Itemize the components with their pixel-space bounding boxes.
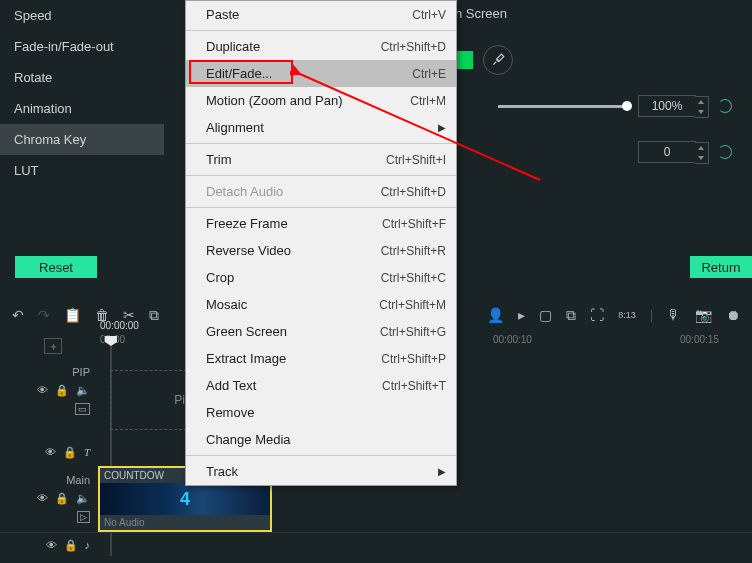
track-mute-icon[interactable]: 🔈 <box>76 492 90 505</box>
play-box-icon[interactable]: ▸ <box>518 307 525 323</box>
offset-value[interactable]: 0 <box>638 141 696 163</box>
track-play-icon[interactable]: ▷ <box>77 511 90 523</box>
menu-item-green-screen[interactable]: Green ScreenCtrl+Shift+G <box>186 318 456 345</box>
chroma-key-panel: n Screen 100% 0 <box>455 0 752 240</box>
menu-item-label: Motion (Zoom and Pan) <box>206 93 410 108</box>
menu-item-label: Edit/Fade... <box>206 66 412 81</box>
menu-item-shortcut: Ctrl+Shift+F <box>382 217 446 231</box>
menu-item-label: Paste <box>206 7 412 22</box>
text-track-icon[interactable]: T <box>84 446 90 459</box>
track-lock-icon[interactable]: 🔒 <box>55 384 69 397</box>
track-visible-icon[interactable]: 👁 <box>37 384 48 397</box>
track-visible-icon[interactable]: 👁 <box>45 446 56 459</box>
eyedropper-button[interactable] <box>483 45 513 75</box>
menu-separator <box>186 175 456 176</box>
crop-icon[interactable]: ▢ <box>539 307 552 323</box>
menu-item-shortcut: Ctrl+Shift+T <box>382 379 446 393</box>
offset-reset-icon[interactable] <box>718 145 732 159</box>
menu-item-paste[interactable]: PasteCtrl+V <box>186 1 456 28</box>
record-icon[interactable]: ⏺ <box>726 307 740 323</box>
sidebar-item-rotate[interactable]: Rotate <box>0 62 164 93</box>
menu-item-edit-fade[interactable]: Edit/Fade...Ctrl+E <box>186 60 456 87</box>
track-lock-icon[interactable]: 🔒 <box>64 539 78 552</box>
clip-thumbnail: 4 <box>100 483 270 515</box>
menu-item-alignment[interactable]: Alignment▶ <box>186 114 456 141</box>
effects-sidebar: Speed Fade-in/Fade-out Rotate Animation … <box>0 0 164 240</box>
track-lock-icon[interactable]: 🔒 <box>55 492 69 505</box>
panel-header-fragment: n Screen <box>455 6 507 21</box>
playhead-time: 00:00:00 <box>100 320 139 331</box>
menu-item-label: Change Media <box>206 432 446 447</box>
menu-item-label: Duplicate <box>206 39 381 54</box>
camera-icon[interactable]: 📷 <box>695 307 712 323</box>
track-pip-icon[interactable]: ▭ <box>75 403 90 415</box>
reset-button[interactable]: Reset <box>15 256 97 278</box>
menu-item-label: Crop <box>206 270 381 285</box>
menu-item-motion-zoom-and-pan[interactable]: Motion (Zoom and Pan)Ctrl+M <box>186 87 456 114</box>
paste-icon[interactable]: 📋 <box>64 307 81 323</box>
menu-item-trim[interactable]: TrimCtrl+Shift+I <box>186 146 456 173</box>
menu-item-freeze-frame[interactable]: Freeze FrameCtrl+Shift+F <box>186 210 456 237</box>
menu-item-label: Add Text <box>206 378 382 393</box>
menu-item-duplicate[interactable]: DuplicateCtrl+Shift+D <box>186 33 456 60</box>
menu-item-label: Green Screen <box>206 324 380 339</box>
eyedropper-icon <box>491 53 505 67</box>
return-button[interactable]: Return <box>690 256 752 278</box>
menu-item-crop[interactable]: CropCtrl+Shift+C <box>186 264 456 291</box>
music-track-icon[interactable]: ♪ <box>85 539 91 552</box>
undo-icon[interactable]: ↶ <box>12 307 24 323</box>
menu-separator <box>186 207 456 208</box>
tolerance-slider[interactable] <box>498 105 628 108</box>
menu-item-detach-audio[interactable]: Detach AudioCtrl+Shift+D <box>186 178 456 205</box>
aspect-icon[interactable]: 8:13 <box>618 310 636 320</box>
menu-item-label: Reverse Video <box>206 243 381 258</box>
menu-item-change-media[interactable]: Change Media <box>186 426 456 453</box>
sidebar-item-lut[interactable]: LUT <box>0 155 164 186</box>
tolerance-reset-icon[interactable] <box>718 99 732 113</box>
track-lock-icon[interactable]: 🔒 <box>63 446 77 459</box>
menu-item-label: Trim <box>206 152 386 167</box>
zoom-fit-icon[interactable]: ⛶ <box>590 307 604 323</box>
menu-separator <box>186 143 456 144</box>
menu-item-label: Remove <box>206 405 446 420</box>
menu-item-label: Freeze Frame <box>206 216 382 231</box>
sidebar-item-speed[interactable]: Speed <box>0 0 164 31</box>
menu-item-shortcut: Ctrl+Shift+P <box>381 352 446 366</box>
menu-item-label: Track <box>206 464 434 479</box>
menu-item-add-text[interactable]: Add TextCtrl+Shift+T <box>186 372 456 399</box>
menu-item-label: Alignment <box>206 120 434 135</box>
mic-icon[interactable]: 🎙 <box>667 307 681 323</box>
menu-item-label: Mosaic <box>206 297 379 312</box>
chroma-color-swatch[interactable] <box>455 51 473 69</box>
submenu-arrow-icon: ▶ <box>438 466 446 477</box>
menu-item-remove[interactable]: Remove <box>186 399 456 426</box>
clip-audio-label: No Audio <box>100 515 270 530</box>
music-track-body[interactable] <box>100 533 752 563</box>
sidebar-item-chroma-key[interactable]: Chroma Key <box>0 124 164 155</box>
menu-item-extract-image[interactable]: Extract ImageCtrl+Shift+P <box>186 345 456 372</box>
menu-separator <box>186 455 456 456</box>
menu-item-mosaic[interactable]: MosaicCtrl+Shift+M <box>186 291 456 318</box>
menu-item-shortcut: Ctrl+Shift+G <box>380 325 446 339</box>
menu-item-shortcut: Ctrl+M <box>410 94 446 108</box>
menu-item-reverse-video[interactable]: Reverse VideoCtrl+Shift+R <box>186 237 456 264</box>
pip-track-head: PIP 👁 🔒 🔈 ▭ <box>0 360 100 419</box>
menu-separator <box>186 30 456 31</box>
dup-icon[interactable]: ⧉ <box>149 307 159 324</box>
redo-icon[interactable]: ↷ <box>38 307 50 323</box>
submenu-arrow-icon: ▶ <box>438 122 446 133</box>
add-track-button[interactable]: ＋ <box>44 338 62 354</box>
menu-item-label: Detach Audio <box>206 184 381 199</box>
layers-icon[interactable]: ⧉ <box>566 307 576 324</box>
menu-item-track[interactable]: Track▶ <box>186 458 456 485</box>
track-mute-icon[interactable]: 🔈 <box>76 384 90 397</box>
menu-item-shortcut: Ctrl+V <box>412 8 446 22</box>
person-icon[interactable]: 👤 <box>487 307 504 323</box>
menu-item-shortcut: Ctrl+Shift+R <box>381 244 446 258</box>
tolerance-value[interactable]: 100% <box>638 95 696 117</box>
sidebar-item-fade[interactable]: Fade-in/Fade-out <box>0 31 164 62</box>
clip-context-menu: PasteCtrl+VDuplicateCtrl+Shift+DEdit/Fad… <box>185 0 457 486</box>
track-visible-icon[interactable]: 👁 <box>37 492 48 505</box>
sidebar-item-animation[interactable]: Animation <box>0 93 164 124</box>
track-visible-icon[interactable]: 👁 <box>46 539 57 552</box>
